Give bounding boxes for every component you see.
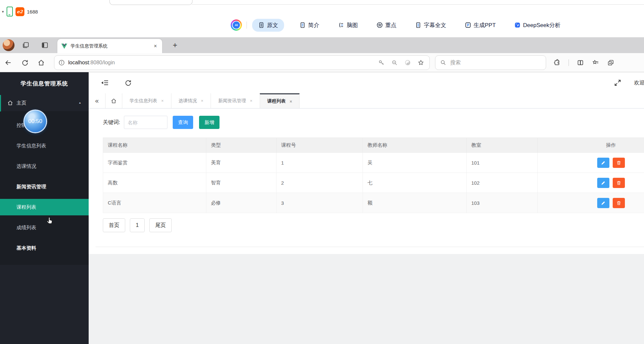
- course-table-wrap: 课程名称 类型 课程号 教师名称 教室 操作 字画鉴赏 美育: [103, 138, 644, 213]
- collapse-tabs-icon[interactable]: «: [89, 93, 105, 108]
- extensions-icon[interactable]: [553, 59, 561, 66]
- screen-record-timer[interactable]: 00:50: [23, 109, 47, 133]
- delete-button[interactable]: [613, 198, 625, 208]
- ai-btn-label: 生成PPT: [474, 21, 496, 29]
- refresh-icon[interactable]: [124, 79, 132, 86]
- close-icon[interactable]: ×: [290, 99, 292, 104]
- browser-navbar: localhost:8080/login: [0, 53, 644, 72]
- sidebar-item-course-selection[interactable]: 选课情况: [0, 158, 89, 174]
- sidebar-item-news[interactable]: 新闻资讯管理: [0, 178, 89, 195]
- tab-label: 学生信息列表: [130, 98, 157, 104]
- chevron-down-icon[interactable]: ▾: [2, 10, 4, 14]
- document-icon: [299, 22, 306, 28]
- ai-btn-mindmap[interactable]: 脑图: [335, 19, 361, 32]
- split-view-icon[interactable]: [577, 59, 584, 66]
- ai-btn-label: 重点: [385, 21, 396, 29]
- translate-swirl-icon[interactable]: [404, 59, 411, 66]
- close-icon[interactable]: ×: [201, 98, 204, 103]
- app-sidebar: 学生信息管理系统 主页 ▲ 控制台 学生信息列表 选课情况 新闻资讯管理 课程列…: [0, 72, 89, 344]
- ai-btn-original-text[interactable]: 原文: [252, 19, 284, 32]
- screen: ▾ e2 1688 AI 原文 简介 脑图: [0, 0, 644, 344]
- ai-btn-summary[interactable]: 简介: [296, 19, 323, 32]
- tab-student-list[interactable]: 学生信息列表 ×: [122, 93, 171, 108]
- sidebar-item-profile[interactable]: 基本资料: [0, 240, 89, 256]
- home-outline-icon: [7, 100, 13, 106]
- url-text[interactable]: localhost:8080/login: [68, 60, 378, 66]
- url-bar[interactable]: localhost:8080/login: [54, 55, 430, 70]
- divider: [247, 21, 247, 29]
- cell-course-name: 高数: [103, 173, 206, 193]
- ai-assistant-logo-icon[interactable]: AI: [231, 19, 242, 31]
- sidebar-item-student-list[interactable]: 学生信息列表: [0, 138, 89, 154]
- phone-icon[interactable]: [7, 7, 13, 16]
- document-icon: [258, 22, 265, 28]
- cell-teacher: 七: [363, 173, 467, 193]
- add-button[interactable]: 新增: [199, 116, 220, 129]
- tab-course-list[interactable]: 课程列表 ×: [260, 93, 300, 108]
- tab-home[interactable]: [105, 93, 122, 108]
- cell-teacher: 额: [363, 193, 467, 213]
- workspaces-icon[interactable]: [22, 41, 30, 49]
- zoom-out-icon[interactable]: [391, 59, 398, 66]
- cell-room: 103: [467, 193, 538, 213]
- ai-btn-deepseek[interactable]: DeepSeek分析: [511, 19, 564, 32]
- delete-button[interactable]: [613, 158, 625, 168]
- last-page-button[interactable]: 尾页: [149, 218, 172, 232]
- edit-button[interactable]: [597, 198, 609, 208]
- site-info-icon[interactable]: [58, 59, 65, 66]
- sidebar-item-course-list[interactable]: 课程列表: [0, 199, 89, 215]
- browser-search-box[interactable]: [435, 55, 546, 70]
- delete-button[interactable]: [613, 178, 625, 188]
- 1688-logo-icon[interactable]: e2: [15, 7, 24, 16]
- browser-tab-active[interactable]: 学生信息管理系统 ×: [57, 39, 162, 53]
- table-row: 字画鉴赏 美育 1 吴 101: [103, 153, 644, 173]
- tab-label: 课程列表: [267, 98, 286, 104]
- fullscreen-icon[interactable]: [614, 79, 622, 87]
- sidebar-item-label: 学生信息列表: [16, 143, 46, 149]
- sidebar-toggle-icon[interactable]: [41, 41, 49, 49]
- cell-teacher: 吴: [363, 153, 467, 173]
- sidebar-item-label: 课程列表: [16, 204, 36, 210]
- bookmarks-menu-icon[interactable]: [592, 59, 599, 66]
- new-tab-button[interactable]: +: [173, 41, 177, 50]
- sidebar-item-label: 基本资料: [16, 245, 36, 251]
- search-input[interactable]: [450, 59, 530, 66]
- home-icon[interactable]: [38, 59, 45, 66]
- navbar-right-icons: [553, 59, 614, 66]
- tab-course-selection[interactable]: 选课情况 ×: [171, 93, 211, 108]
- search-button[interactable]: 查询: [173, 116, 193, 129]
- tab-title: 学生信息管理系统: [71, 43, 153, 49]
- tab-news[interactable]: 新闻资讯管理 ×: [211, 93, 260, 108]
- collapse-menu-icon[interactable]: [101, 79, 109, 87]
- back-icon[interactable]: [5, 59, 12, 66]
- table-row: C语言 必修 3 额 103: [103, 193, 644, 213]
- url-host: localhost: [68, 60, 89, 65]
- tab-groups-icon[interactable]: [607, 59, 614, 66]
- edit-button[interactable]: [597, 158, 609, 168]
- document-icon: [415, 22, 422, 28]
- tab-close-icon[interactable]: ×: [153, 43, 158, 49]
- partial-tab-outline: [109, 0, 192, 5]
- password-key-icon[interactable]: [378, 59, 385, 66]
- edit-button[interactable]: [597, 178, 609, 188]
- bookmark-star-icon[interactable]: [418, 59, 424, 66]
- close-icon[interactable]: ×: [250, 98, 252, 103]
- first-page-button[interactable]: 首页: [103, 218, 125, 232]
- close-icon[interactable]: ×: [161, 98, 164, 103]
- ai-btn-generate-ppt[interactable]: P 生成PPT: [461, 19, 499, 32]
- reload-icon[interactable]: [21, 59, 28, 66]
- sidebar-root-home[interactable]: 主页 ▲: [0, 95, 89, 111]
- ai-btn-highlights[interactable]: 重点: [373, 19, 400, 32]
- bookmark-1688-label[interactable]: 1688: [27, 9, 38, 15]
- ai-btn-transcript[interactable]: 字幕全文: [412, 19, 450, 32]
- tab-label: 新闻资讯管理: [218, 98, 246, 104]
- ai-btn-label: 简介: [308, 21, 319, 29]
- ai-toolbar: AI 原文 简介 脑图 重点: [231, 15, 575, 35]
- ai-btn-label: 字幕全文: [424, 21, 446, 29]
- ai-btn-label: 脑图: [347, 21, 358, 29]
- keyword-input[interactable]: [124, 116, 167, 129]
- page-1-button[interactable]: 1: [130, 218, 145, 232]
- sidebar-item-grades[interactable]: 成绩列表: [0, 219, 89, 236]
- profile-avatar[interactable]: [3, 39, 15, 51]
- sidebar-item-label: 成绩列表: [16, 225, 36, 231]
